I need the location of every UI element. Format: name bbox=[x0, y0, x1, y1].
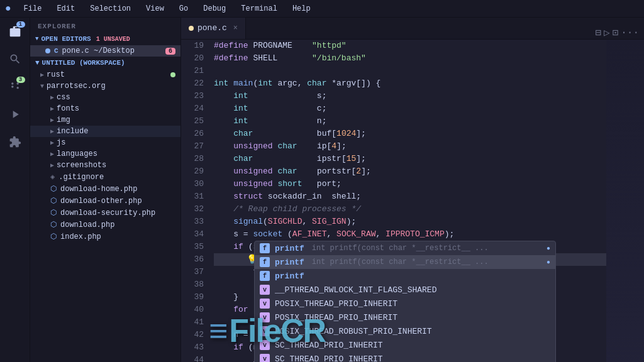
ac-item-memse[interactable]: v POSIX_THREAD_PRIO_INHERIT bbox=[255, 310, 555, 324]
menu-edit[interactable]: Edit bbox=[54, 3, 77, 14]
ac-type-printf-2: int printf(const char *__restrict__ ... bbox=[312, 258, 489, 266]
folder-include-label: include bbox=[57, 127, 88, 136]
folder-fonts-label: fonts bbox=[57, 104, 79, 113]
run-code-icon[interactable]: ▷ bbox=[604, 26, 610, 39]
split-editor-icon[interactable]: ⊟ bbox=[595, 26, 601, 39]
menu-terminal[interactable]: Terminal bbox=[238, 3, 280, 14]
folder-screenshots[interactable]: ▶ screenshots bbox=[30, 160, 180, 171]
php-icon-5: ⬡ bbox=[50, 232, 57, 241]
file-download-home[interactable]: ⬡ download-home.php bbox=[30, 183, 180, 195]
autocomplete-popup[interactable]: f printf int printf(const char *__restri… bbox=[254, 241, 556, 362]
code-editor[interactable]: 1920212223 2425262728 2930313233 3435363… bbox=[181, 40, 644, 362]
ac-item-printf-3[interactable]: f printf bbox=[255, 269, 555, 283]
file-gitignore[interactable]: ◈ .gitignore bbox=[30, 171, 180, 183]
code-line-29: unsigned char portstr[2]; bbox=[214, 165, 606, 178]
file-download-other[interactable]: ⬡ download-other.php bbox=[30, 195, 180, 207]
code-content[interactable]: #define PROGNAME "httpd" #define SHELL "… bbox=[209, 40, 606, 362]
ac-circle-2: ● bbox=[547, 259, 550, 266]
ac-label-posix-robust: POSIX_THREAD_ROBUST_PRIO_INHERIT bbox=[275, 327, 432, 336]
folder-include[interactable]: ▶ include bbox=[30, 126, 180, 137]
extensions-icon[interactable] bbox=[4, 131, 26, 153]
ac-fn-icon-3: f bbox=[260, 271, 270, 281]
source-control-icon[interactable]: 3 bbox=[4, 75, 26, 98]
ac-var-icon-4: v bbox=[260, 326, 270, 336]
parrotsec-arrow: ▼ bbox=[40, 83, 44, 90]
php-icon-1: ⬡ bbox=[50, 184, 57, 194]
activity-bar: 1 3 bbox=[0, 18, 30, 362]
open-editors-label: OPEN EDITORS bbox=[41, 35, 91, 43]
ac-item-posix-1[interactable]: v POSIX_THREAD_PRIO_INHERIT bbox=[255, 297, 555, 310]
tab-pone-c[interactable]: pone.c × bbox=[181, 18, 246, 39]
languages-arrow: ▶ bbox=[50, 150, 54, 158]
css-arrow: ▶ bbox=[50, 94, 54, 101]
folder-img[interactable]: ▶ img bbox=[30, 114, 180, 126]
ac-var-icon-2: v bbox=[260, 299, 270, 309]
php-icon-3: ⬡ bbox=[50, 208, 57, 217]
ac-item-sc-thread-1[interactable]: v SC_THREAD_PRIO_INHERIT bbox=[255, 338, 555, 352]
ac-item-printf-1[interactable]: f printf int printf(const char *__restri… bbox=[255, 241, 555, 255]
tab-filename: pone.c bbox=[197, 23, 227, 33]
folder-css[interactable]: ▶ css bbox=[30, 92, 180, 103]
open-editors-section[interactable]: ▼ OPEN EDITORS 1 UNSAVED bbox=[30, 33, 180, 45]
tab-unsaved-dot bbox=[189, 26, 194, 31]
tab-actions: ⊟ ▷ ⊡ ··· bbox=[595, 26, 644, 39]
search-icon[interactable] bbox=[4, 48, 26, 70]
minimap[interactable] bbox=[606, 40, 644, 362]
menu-debug[interactable]: Debug bbox=[201, 3, 228, 14]
fonts-arrow: ▶ bbox=[50, 105, 54, 112]
ac-item-pthread[interactable]: v __PTHREAD_RWLOCK_INT_FLAGS_SHARED bbox=[255, 283, 555, 297]
code-line-31: struct sockaddr_in shell; bbox=[214, 190, 606, 203]
folder-js[interactable]: ▶ js bbox=[30, 137, 180, 148]
menu-bar: ● File Edit Selection View Go Debug Term… bbox=[0, 0, 644, 18]
folder-rust-label: rust bbox=[47, 70, 65, 79]
file-download[interactable]: ⬡ download.php bbox=[30, 219, 180, 231]
menu-go[interactable]: Go bbox=[177, 3, 191, 14]
ac-label-pthread: __PTHREAD_RWLOCK_INT_FLAGS_SHARED bbox=[275, 285, 436, 295]
menu-help[interactable]: Help bbox=[290, 3, 313, 14]
folder-languages[interactable]: ▶ languages bbox=[30, 148, 180, 160]
editor-area: pone.c × ⊟ ▷ ⊡ ··· 1920212223 2425262728… bbox=[181, 18, 644, 362]
tab-close-icon[interactable]: × bbox=[233, 24, 238, 33]
code-line-22: int main(int argc, char *argv[]) { bbox=[214, 77, 606, 90]
folder-rust[interactable]: ▶ rust bbox=[30, 69, 180, 80]
code-line-27: unsigned char ip[4]; bbox=[214, 140, 606, 153]
files-icon[interactable]: 1 bbox=[4, 20, 26, 43]
open-file-pone-c[interactable]: C pone.c ~/Desktop 6 bbox=[30, 45, 180, 57]
menu-view[interactable]: View bbox=[143, 3, 167, 14]
folder-languages-label: languages bbox=[57, 150, 97, 158]
file-index[interactable]: ⬡ index.php bbox=[30, 231, 180, 243]
file-download-name: download.php bbox=[60, 221, 114, 229]
ac-fn-icon-1: f bbox=[260, 243, 270, 253]
ac-item-posix-robust[interactable]: v POSIX_THREAD_ROBUST_PRIO_INHERIT bbox=[255, 324, 555, 338]
code-line-34: s = socket (AF_INET, SOCK_RAW, IPPROTO_I… bbox=[214, 228, 606, 241]
ac-type-printf-1: int printf(const char *__restrict__ ... bbox=[312, 244, 489, 253]
ac-var-icon-3: v bbox=[260, 312, 270, 322]
folder-img-label: img bbox=[57, 116, 70, 124]
rust-badge bbox=[170, 72, 175, 77]
editor-layout-icon[interactable]: ⊡ bbox=[613, 26, 619, 39]
code-line-30: unsigned short port; bbox=[214, 178, 606, 190]
run-debug-icon[interactable] bbox=[4, 103, 26, 126]
ac-item-sc-thread-2[interactable]: v SC_THREAD_PRIO_INHERIT bbox=[255, 352, 555, 362]
ac-label-posix-1: POSIX_THREAD_PRIO_INHERIT bbox=[275, 299, 397, 309]
js-arrow: ▶ bbox=[50, 139, 54, 146]
file-gitignore-name: .gitignore bbox=[58, 173, 104, 182]
menu-file[interactable]: File bbox=[21, 3, 45, 14]
folder-fonts[interactable]: ▶ fonts bbox=[30, 103, 180, 114]
code-line-21 bbox=[214, 65, 606, 77]
code-line-32: /* Reap child processes */ bbox=[214, 203, 606, 216]
ac-label-memse: POSIX_THREAD_PRIO_INHERIT bbox=[275, 313, 397, 322]
tab-bar: pone.c × ⊟ ▷ ⊡ ··· bbox=[181, 18, 644, 40]
file-lang-indicator: C bbox=[54, 47, 58, 55]
more-actions-icon[interactable]: ··· bbox=[621, 27, 639, 38]
folder-parrotsec[interactable]: ▼ parrotsec.org bbox=[30, 80, 180, 92]
workspace-arrow: ▼ bbox=[35, 59, 40, 67]
code-line-28: char ipstr[15]; bbox=[214, 153, 606, 165]
workspace-title[interactable]: ▼ UNTITLED (WORKSPACE) bbox=[30, 57, 180, 69]
file-index-name: index.php bbox=[60, 233, 101, 241]
menu-selection[interactable]: Selection bbox=[87, 3, 133, 14]
ac-item-printf-2[interactable]: f printf int printf(const char *__restri… bbox=[255, 255, 555, 269]
file-download-security[interactable]: ⬡ download-security.php bbox=[30, 207, 180, 219]
ac-label-sc-thread-2: SC_THREAD_PRIO_INHERIT bbox=[275, 354, 383, 363]
code-line-19: #define PROGNAME "httpd" bbox=[214, 40, 606, 52]
